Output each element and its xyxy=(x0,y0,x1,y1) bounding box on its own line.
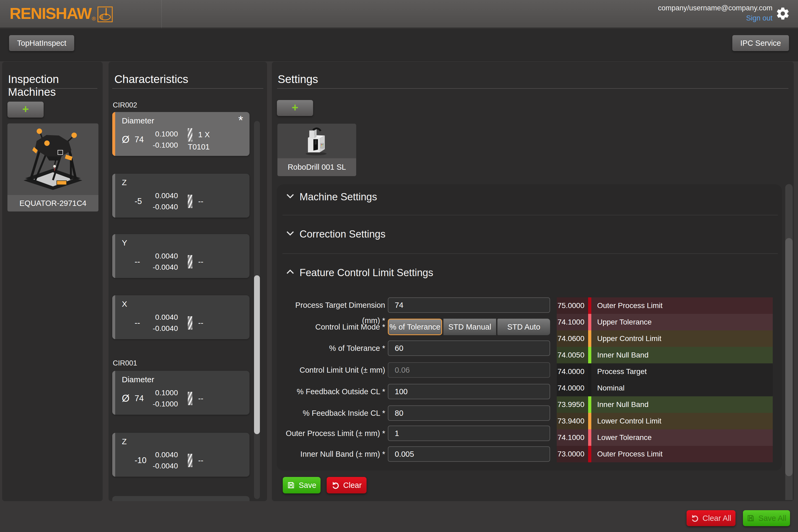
characteristics-title: Characteristics xyxy=(114,73,188,86)
characteristic-card-x[interactable]: X -- 0.0040 -0.0040 -- xyxy=(112,295,249,339)
tool-icon xyxy=(188,316,192,329)
tool-count: -- xyxy=(198,319,203,327)
limit-color-bar xyxy=(588,298,591,314)
feedback-outside-cl-input[interactable] xyxy=(388,384,550,399)
section-correction-settings[interactable]: Correction Settings xyxy=(277,225,782,246)
card-stripe xyxy=(112,433,115,477)
top-bar: RENISHAW ® company/username@company.com … xyxy=(0,0,798,28)
add-machine-button[interactable]: + xyxy=(7,101,44,118)
limit-row-inner-null-band-upper: 74.0050Inner Null Band xyxy=(557,347,773,363)
characteristic-card-z[interactable]: Z -5 0.0040 -0.0040 -- xyxy=(112,174,249,217)
brand-text: RENISHAW xyxy=(10,5,91,22)
nominal-value: -- xyxy=(135,257,150,267)
settings-title: Settings xyxy=(278,73,318,86)
characteristics-scrollbar-thumb[interactable] xyxy=(254,275,260,434)
card-stripe xyxy=(112,371,115,415)
control-limits-table: 75.0000Outer Process Limit 74.1000Upper … xyxy=(557,298,773,462)
add-settings-machine-button[interactable]: + xyxy=(277,100,313,116)
tolerances: 0.0040 -0.0040 xyxy=(153,190,178,212)
tolerances: 0.1000 -0.1000 xyxy=(153,387,178,410)
tool-icon xyxy=(188,255,192,268)
outer-process-limit-input[interactable] xyxy=(388,425,550,441)
robodrill-machine-name: RoboDrill 001 SL xyxy=(278,158,356,176)
limit-color-bar xyxy=(588,396,591,413)
probe-logo-icon xyxy=(97,6,113,22)
characteristic-card-diameter-2[interactable]: Diameter Ø 74 0.1000 -0.1000 -- xyxy=(112,371,249,415)
sign-out-link[interactable]: Sign out xyxy=(746,13,773,23)
limit-row-lower-control-limit: 73.9400Lower Control Limit xyxy=(557,413,773,429)
clear-button[interactable]: Clear xyxy=(327,477,366,493)
feedback-inside-cl-input[interactable] xyxy=(388,405,550,421)
equator-machine-name: EQUATOR-2971C4 xyxy=(7,195,98,211)
machine-card-robodrill[interactable]: RoboDrill 001 SL xyxy=(278,124,356,176)
limit-color-bar xyxy=(588,380,591,396)
ipc-service-button[interactable]: IPC Service xyxy=(732,35,789,51)
feedback-inside-cl-label: % Feedback Inside CL * xyxy=(277,405,385,421)
characteristic-title: Diameter xyxy=(122,375,154,384)
characteristic-title: Z xyxy=(122,437,127,446)
section-label: Feature Control Limit Settings xyxy=(300,267,433,279)
modified-star: * xyxy=(238,113,243,128)
save-all-button[interactable]: Save All xyxy=(743,510,790,526)
outer-process-limit-label: Outer Process Limit (± mm) * xyxy=(277,425,385,441)
chevron-down-icon xyxy=(286,231,294,236)
limit-color-bar xyxy=(588,429,591,446)
tool-count: -- xyxy=(198,394,203,403)
characteristic-title: X xyxy=(122,300,127,308)
gear-icon[interactable] xyxy=(776,6,790,21)
account-email: company/username@company.com xyxy=(658,3,773,13)
tool-count: -- xyxy=(198,197,203,206)
inner-null-band-label: Inner Null Band (± mm) * xyxy=(277,446,385,462)
pct-of-tolerance-input[interactable] xyxy=(388,341,550,356)
limit-row-lower-tolerance: 74.1000Lower Tolerance xyxy=(557,429,773,446)
tophatinspect-tab[interactable]: TopHatInspect xyxy=(9,35,74,51)
section-label: Machine Settings xyxy=(300,191,377,203)
section-machine-settings[interactable]: Machine Settings xyxy=(277,188,782,209)
inspection-machines-panel: Inspection Machines + xyxy=(2,62,103,501)
limit-color-bar xyxy=(588,314,591,330)
control-limit-mode-label: Control Limit Mode * xyxy=(277,319,385,335)
settings-scrollbar-thumb[interactable] xyxy=(785,238,793,476)
nominal-value: -- xyxy=(135,318,150,328)
clear-all-button[interactable]: Clear All xyxy=(687,510,736,526)
nominal-value: -5 xyxy=(135,196,150,206)
characteristic-card-z-2[interactable]: Z -10 0.0040 -0.0040 -- xyxy=(112,433,249,477)
limit-color-bar xyxy=(588,347,591,363)
undo-icon xyxy=(331,481,339,489)
card-stripe xyxy=(112,174,115,217)
tolerances: 0.0040 -0.0040 xyxy=(153,312,178,334)
save-button[interactable]: Save xyxy=(283,477,321,493)
section-label: Correction Settings xyxy=(300,228,385,240)
chevron-down-icon xyxy=(286,193,294,199)
save-icon xyxy=(287,481,295,489)
tool-icon xyxy=(188,454,192,467)
chevron-up-icon xyxy=(286,269,294,274)
characteristics-panel: Characteristics CIR002 Diameter * Ø 74 0… xyxy=(109,62,267,501)
nominal-value: -10 xyxy=(135,456,150,465)
divider xyxy=(283,253,778,254)
inner-null-band-input[interactable] xyxy=(388,446,550,462)
equator-machine-image xyxy=(7,124,98,195)
limit-row-nominal: 74.0000Nominal xyxy=(557,380,773,396)
characteristic-card-diameter[interactable]: Diameter * Ø 74 0.1000 -0.1000 1 X T0101 xyxy=(112,112,249,156)
control-limit-unit-input xyxy=(388,362,550,378)
diameter-symbol: Ø xyxy=(122,134,135,145)
settings-panel: Settings + RoboDrill 001 SL xyxy=(272,62,794,501)
renishaw-logo: RENISHAW ® xyxy=(10,5,113,22)
mode-option-std-manual[interactable]: STD Manual xyxy=(443,319,496,335)
mode-option-std-auto[interactable]: STD Auto xyxy=(497,319,550,335)
control-limit-unit-label: Control Limit Unit (± mm) xyxy=(277,362,385,378)
section-feature-control-limit-settings[interactable]: Feature Control Limit Settings xyxy=(277,263,782,285)
limit-row-inner-null-band-lower: 73.9950Inner Null Band xyxy=(557,396,773,413)
machine-card-equator[interactable]: EQUATOR-2971C4 xyxy=(7,124,98,211)
mode-option-pct-of-tolerance[interactable]: % of Tolerance xyxy=(388,319,442,335)
save-icon xyxy=(747,514,755,522)
divider xyxy=(7,88,97,89)
characteristic-card-y[interactable]: Y -- 0.0040 -0.0040 -- xyxy=(112,234,249,278)
limit-color-bar xyxy=(588,363,591,380)
tool-icon xyxy=(188,195,192,208)
tool-count: -- xyxy=(198,258,203,266)
process-target-dimension-input[interactable] xyxy=(388,298,550,313)
limit-row-upper-tolerance: 74.1000Upper Tolerance xyxy=(557,314,773,330)
selected-stripe xyxy=(112,112,115,156)
